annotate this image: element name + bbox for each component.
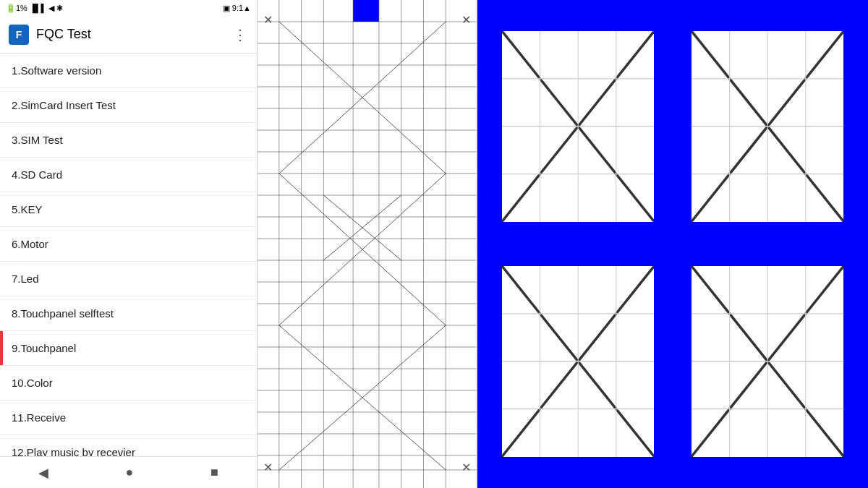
status-bar-right: ▣ 9:1▲ — [223, 4, 251, 13]
menu-item-10[interactable]: 10.Color — [0, 366, 257, 401]
rect-container-bottom-right — [678, 249, 858, 474]
menu-item-2[interactable]: 2.SimCard Insert Test — [0, 88, 257, 123]
nav-bar: ◀ ● ■ — [0, 456, 257, 488]
close-tr-button[interactable]: ✕ — [461, 14, 471, 26]
rect-diagonal-tl — [502, 31, 654, 222]
close-tl-button[interactable]: ✕ — [263, 14, 273, 26]
status-bar-left: 🔋1% ▐▌▌ ◀ ✱ — [6, 4, 63, 13]
touchpanel-grid — [258, 0, 477, 488]
close-br-button[interactable]: ✕ — [461, 462, 471, 474]
app-title: FQC Test — [36, 27, 226, 42]
nav-recents-button[interactable]: ■ — [196, 459, 233, 486]
close-bl-button[interactable]: ✕ — [263, 462, 273, 474]
white-rect-bottom-right — [692, 266, 843, 457]
menu-item-8[interactable]: 8.Touchpanel selftest — [0, 296, 257, 331]
menu-item-11[interactable]: 11.Receive — [0, 401, 257, 435]
white-rect-top-right — [692, 31, 843, 222]
rect-container-top-right — [678, 14, 858, 239]
menu-item-3[interactable]: 3.SIM Test — [0, 123, 257, 158]
toolbar-menu-button[interactable]: ⋮ — [233, 26, 248, 43]
center-panel: ✕ ✕ ✕ ✕ — [257, 0, 477, 488]
menu-item-7[interactable]: 7.Led — [0, 262, 257, 296]
nav-home-button[interactable]: ● — [111, 459, 148, 486]
screen-icon: ▣ — [223, 4, 230, 13]
time-display: 9:1▲ — [232, 4, 251, 12]
status-bar: 🔋1% ▐▌▌ ◀ ✱ ▣ 9:1▲ — [0, 0, 257, 16]
rect-container-bottom-left — [488, 249, 668, 474]
menu-item-5[interactable]: 5.KEY — [0, 192, 257, 227]
battery-icon: 🔋1% — [6, 4, 27, 13]
menu-item-4[interactable]: 4.SD Card — [0, 158, 257, 192]
svg-rect-0 — [353, 0, 379, 22]
app-toolbar: F FQC Test ⋮ — [0, 16, 257, 53]
rect-diagonal-bl — [502, 266, 654, 457]
wifi-icon: ◀ — [48, 4, 54, 13]
right-panel — [477, 0, 868, 488]
rect-diagonal-br — [692, 266, 843, 457]
white-rect-top-left — [502, 31, 654, 222]
menu-item-6[interactable]: 6.Motor — [0, 227, 257, 262]
rect-diagonal-tr — [692, 31, 843, 222]
signal-icon: ▐▌▌ — [30, 4, 46, 12]
app-icon-label: F — [16, 29, 22, 40]
nav-back-button[interactable]: ◀ — [24, 459, 63, 487]
app-icon: F — [9, 25, 29, 45]
menu-item-12[interactable]: 12.Play music by recevier — [0, 435, 257, 456]
left-panel: 🔋1% ▐▌▌ ◀ ✱ ▣ 9:1▲ F FQC Test ⋮ 1.Softwa… — [0, 0, 257, 488]
rect-container-top-left — [488, 14, 668, 239]
white-rect-bottom-left — [502, 266, 654, 457]
bluetooth-icon: ✱ — [56, 4, 63, 13]
menu-list: 1.Software version2.SimCard Insert Test3… — [0, 53, 257, 456]
menu-item-9[interactable]: 9.Touchpanel — [0, 331, 257, 366]
menu-item-1[interactable]: 1.Software version — [0, 53, 257, 88]
